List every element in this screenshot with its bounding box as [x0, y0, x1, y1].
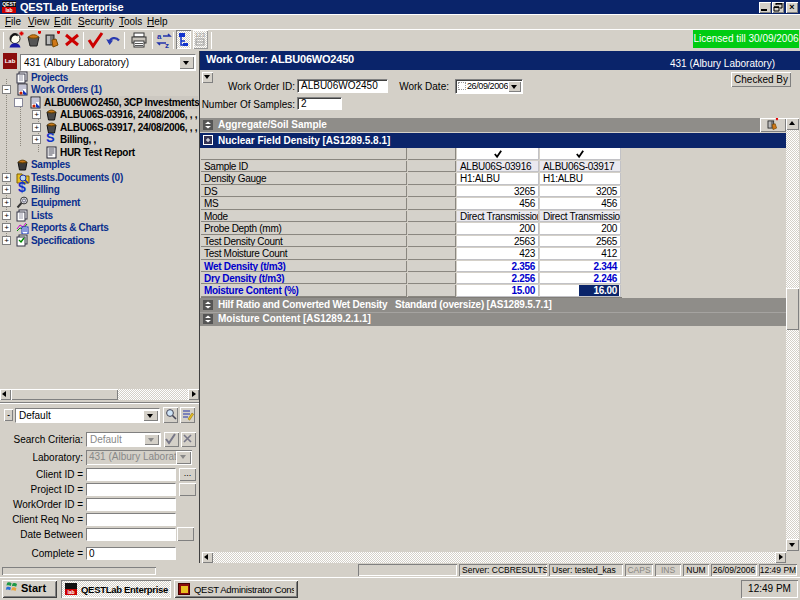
svg-text:z: z [165, 41, 169, 49]
svg-text:a: a [157, 32, 162, 41]
svg-text:123: 123 [195, 32, 206, 38]
